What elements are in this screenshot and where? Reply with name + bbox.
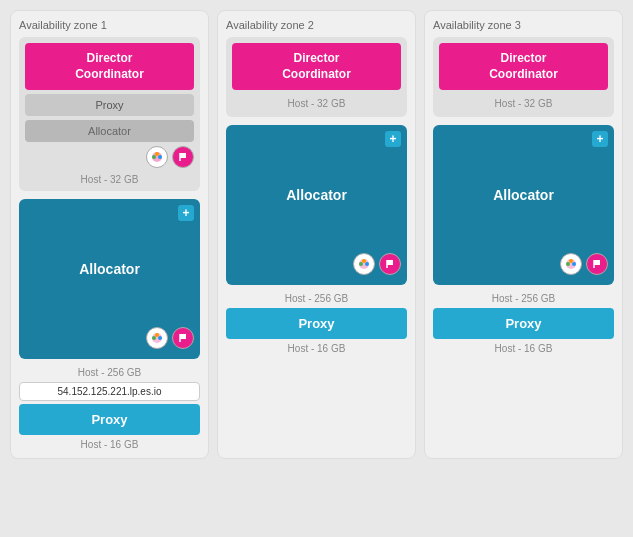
palette-icon-alloc-2[interactable] — [353, 253, 375, 275]
svg-rect-4 — [180, 153, 186, 158]
zone-2: Availability zone 2 Director Coordinator… — [217, 10, 416, 459]
zone-3-director-btn[interactable]: Director Coordinator — [439, 43, 608, 90]
zone-2-title: Availability zone 2 — [226, 19, 407, 31]
zone-1-allocator-label: Allocator — [25, 231, 194, 277]
zone-1-bottom: 54.152.125.221.lp.es.io Proxy Host - 16 … — [19, 382, 200, 450]
svg-point-9 — [155, 333, 159, 337]
zone-2-allocator-card: + Allocator — [226, 125, 407, 285]
svg-rect-10 — [180, 334, 186, 339]
svg-point-3 — [155, 152, 159, 156]
svg-point-14 — [365, 262, 369, 266]
zone-1-icons-row — [25, 146, 194, 168]
flag-icon-1[interactable] — [172, 146, 194, 168]
svg-point-2 — [158, 155, 162, 159]
zone-2-host-top-label: Host - 32 GB — [232, 94, 401, 111]
zone-1-plus-btn[interactable]: + — [178, 205, 194, 221]
zone-2-proxy-large[interactable]: Proxy — [226, 308, 407, 339]
zones-container: Availability zone 1 Director Coordinator… — [10, 10, 623, 459]
zone-3-allocator-card: + Allocator — [433, 125, 614, 285]
svg-point-1 — [152, 155, 156, 159]
zone-1-director-btn[interactable]: Director Coordinator — [25, 43, 194, 90]
svg-point-19 — [566, 262, 570, 266]
svg-rect-22 — [594, 260, 600, 265]
zone-2-allocator-label: Allocator — [232, 157, 401, 203]
svg-point-8 — [158, 336, 162, 340]
flag-icon-alloc-1[interactable] — [172, 327, 194, 349]
palette-icon-1[interactable] — [146, 146, 168, 168]
zone-1-proxy-small[interactable]: Proxy — [25, 94, 194, 116]
zone-3-host-bottom: Host - 16 GB — [433, 343, 614, 354]
zone-2-host-bottom: Host - 16 GB — [226, 343, 407, 354]
zone-3-plus-btn[interactable]: + — [592, 131, 608, 147]
svg-point-20 — [572, 262, 576, 266]
zone-3-title: Availability zone 3 — [433, 19, 614, 31]
zone-2-alloc-icons — [232, 253, 401, 275]
svg-point-15 — [362, 259, 366, 263]
zone-1-title: Availability zone 1 — [19, 19, 200, 31]
zone-3-alloc-icons — [439, 253, 608, 275]
zone-3-host-top-label: Host - 32 GB — [439, 94, 608, 111]
zone-3-alloc-host-label: Host - 256 GB — [433, 293, 614, 304]
zone-1-proxy-large[interactable]: Proxy — [19, 404, 200, 435]
zone-1-allocator-small: Allocator — [25, 120, 194, 142]
zone-1-host-bottom: Host - 16 GB — [19, 439, 200, 450]
zone-3-proxy-large[interactable]: Proxy — [433, 308, 614, 339]
flag-icon-alloc-3[interactable] — [586, 253, 608, 275]
zone-2-plus-btn[interactable]: + — [385, 131, 401, 147]
zone-1-host-top-label: Host - 32 GB — [25, 172, 194, 185]
svg-point-13 — [359, 262, 363, 266]
zone-3: Availability zone 3 Director Coordinator… — [424, 10, 623, 459]
zone-2-bottom: Proxy Host - 16 GB — [226, 308, 407, 354]
zone-3-host-card: Director Coordinator Host - 32 GB — [433, 37, 614, 117]
zone-2-alloc-host-label: Host - 256 GB — [226, 293, 407, 304]
zone-1: Availability zone 1 Director Coordinator… — [10, 10, 209, 459]
zone-2-director-btn[interactable]: Director Coordinator — [232, 43, 401, 90]
svg-point-21 — [569, 259, 573, 263]
svg-rect-16 — [387, 260, 393, 265]
zone-3-bottom: Proxy Host - 16 GB — [433, 308, 614, 354]
palette-icon-alloc-3[interactable] — [560, 253, 582, 275]
zone-1-host-card: Director Coordinator Proxy Allocator Hos… — [19, 37, 200, 191]
zone-1-ip-label: 54.152.125.221.lp.es.io — [19, 382, 200, 401]
zone-1-alloc-icons — [25, 327, 194, 349]
zone-2-host-card: Director Coordinator Host - 32 GB — [226, 37, 407, 117]
palette-icon-alloc-1[interactable] — [146, 327, 168, 349]
zone-1-alloc-host-label: Host - 256 GB — [19, 367, 200, 378]
svg-point-7 — [152, 336, 156, 340]
zone-1-allocator-card: + Allocator — [19, 199, 200, 359]
flag-icon-alloc-2[interactable] — [379, 253, 401, 275]
zone-3-allocator-label: Allocator — [439, 157, 608, 203]
